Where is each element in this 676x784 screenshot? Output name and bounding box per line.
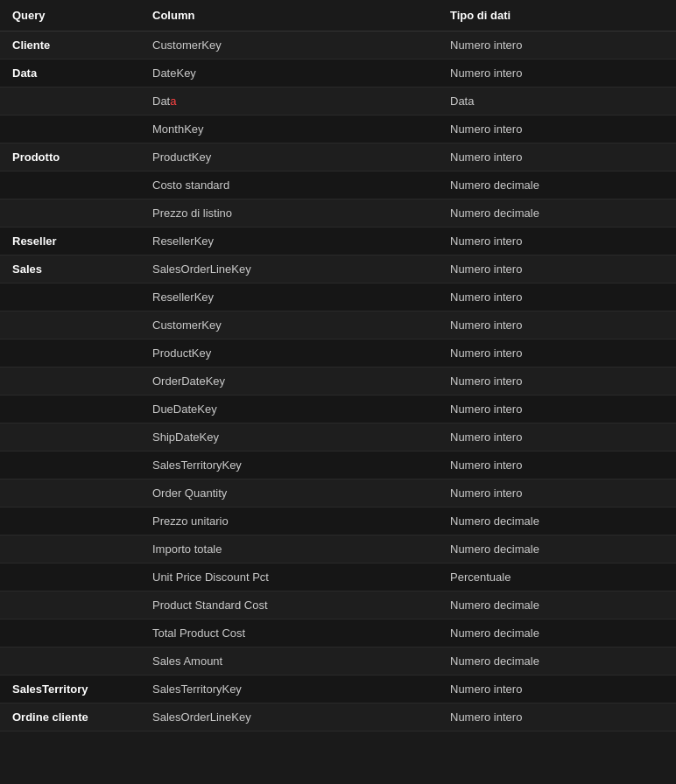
cell-query [0,284,140,312]
cell-column: ResellerKey [140,228,438,256]
table-row: Prezzo di listinoNumero decimale [0,200,676,228]
table-row: ResellerKeyNumero intero [0,284,676,312]
cell-query: Data [0,60,140,88]
data-table: Query Column Tipo di dati ClienteCustome… [0,0,676,732]
cell-tipo: Numero decimale [438,620,676,648]
table-row: ClienteCustomerKeyNumero intero [0,32,676,60]
cell-query: Cliente [0,32,140,60]
cell-tipo: Numero intero [438,340,676,368]
cell-tipo: Numero decimale [438,648,676,676]
cell-column: ProductKey [140,340,438,368]
table-row: Unit Price Discount PctPercentuale [0,564,676,592]
main-table-container: Query Column Tipo di dati ClienteCustome… [0,0,676,732]
cell-tipo: Numero intero [438,144,676,172]
header-column: Column [140,0,438,32]
cell-tipo: Numero intero [438,368,676,396]
cell-query: SalesTerritory [0,676,140,704]
cell-query [0,396,140,424]
table-row: DataDateKeyNumero intero [0,60,676,88]
table-row: SalesSalesOrderLineKeyNumero intero [0,256,676,284]
table-row: Importo totaleNumero decimale [0,536,676,564]
cell-query [0,116,140,144]
cell-column: ShipDateKey [140,424,438,452]
cell-query [0,648,140,676]
table-row: ShipDateKeyNumero intero [0,424,676,452]
cell-query: Prodotto [0,144,140,172]
cell-tipo: Numero decimale [438,508,676,536]
table-row: Ordine clienteSalesOrderLineKeyNumero in… [0,704,676,732]
cell-column: SalesOrderLineKey [140,256,438,284]
table-row: Product Standard CostNumero decimale [0,592,676,620]
cell-column: SalesTerritoryKey [140,676,438,704]
table-row: Total Product CostNumero decimale [0,620,676,648]
cell-tipo: Numero intero [438,32,676,60]
table-row: ProdottoProductKeyNumero intero [0,144,676,172]
cell-tipo: Numero intero [438,312,676,340]
cell-query [0,340,140,368]
cell-tipo: Numero intero [438,676,676,704]
cell-column: CustomerKey [140,312,438,340]
cell-tipo: Numero intero [438,116,676,144]
cell-column: OrderDateKey [140,368,438,396]
cell-query [0,312,140,340]
table-row: DataData [0,88,676,116]
header-query: Query [0,0,140,32]
cell-column: SalesTerritoryKey [140,452,438,480]
cell-tipo: Numero intero [438,452,676,480]
cell-query [0,200,140,228]
cell-column: DateKey [140,60,438,88]
cell-column: Data [140,88,438,116]
cell-column: Sales Amount [140,648,438,676]
table-row: ResellerResellerKeyNumero intero [0,228,676,256]
cell-column: DueDateKey [140,396,438,424]
cell-column: Total Product Cost [140,620,438,648]
cell-query [0,172,140,200]
cell-tipo: Numero intero [438,704,676,732]
cell-tipo: Numero intero [438,284,676,312]
cell-column: ResellerKey [140,284,438,312]
cell-tipo: Numero intero [438,60,676,88]
header-tipo: Tipo di dati [438,0,676,32]
cell-column: Unit Price Discount Pct [140,564,438,592]
cell-query: Sales [0,256,140,284]
table-row: SalesTerritoryKeyNumero intero [0,452,676,480]
cell-query [0,368,140,396]
cell-column: Prezzo di listino [140,200,438,228]
cell-tipo: Numero intero [438,396,676,424]
table-row: DueDateKeyNumero intero [0,396,676,424]
cell-tipo: Data [438,88,676,116]
table-row: SalesTerritorySalesTerritoryKeyNumero in… [0,676,676,704]
cell-column: Prezzo unitario [140,508,438,536]
cell-query: Reseller [0,228,140,256]
table-header-row: Query Column Tipo di dati [0,0,676,32]
table-row: Costo standardNumero decimale [0,172,676,200]
cell-query: Ordine cliente [0,704,140,732]
cell-query [0,564,140,592]
cell-query [0,592,140,620]
cell-tipo: Numero intero [438,228,676,256]
table-row: CustomerKeyNumero intero [0,312,676,340]
cell-query [0,508,140,536]
cell-tipo: Numero intero [438,424,676,452]
cell-column: Product Standard Cost [140,592,438,620]
cell-column: Importo totale [140,536,438,564]
table-row: MonthKeyNumero intero [0,116,676,144]
cell-tipo: Numero decimale [438,172,676,200]
table-row: Prezzo unitarioNumero decimale [0,508,676,536]
cell-tipo: Numero intero [438,480,676,508]
cell-query [0,620,140,648]
table-row: Order QuantityNumero intero [0,480,676,508]
cell-column: ProductKey [140,144,438,172]
cell-query [0,536,140,564]
cell-column: Costo standard [140,172,438,200]
cell-tipo: Numero decimale [438,536,676,564]
table-row: Sales AmountNumero decimale [0,648,676,676]
cell-query [0,452,140,480]
table-row: ProductKeyNumero intero [0,340,676,368]
cell-query [0,480,140,508]
cell-tipo: Percentuale [438,564,676,592]
cell-tipo: Numero decimale [438,592,676,620]
cell-tipo: Numero decimale [438,200,676,228]
cell-tipo: Numero intero [438,256,676,284]
cell-column: CustomerKey [140,32,438,60]
